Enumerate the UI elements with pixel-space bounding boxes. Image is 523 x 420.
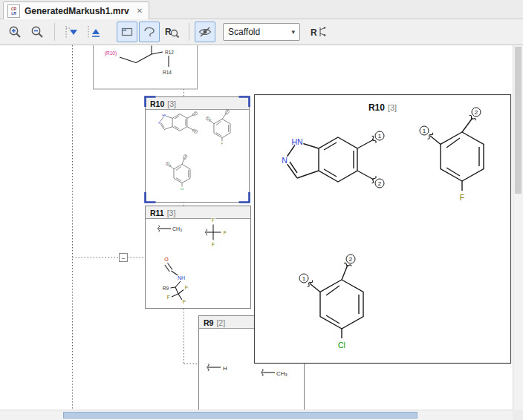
zoom-out-icon (30, 24, 45, 39)
vertical-scrollbar[interactable] (513, 45, 523, 410)
collapse-tree-icon (85, 24, 101, 39)
collapse-rgroups-button[interactable] (82, 22, 103, 42)
tab-bar: CR LR GeneratedMarkush1.mrv ✕ (0, 0, 523, 19)
lasso-icon (142, 24, 157, 39)
horizontal-scrollbar-thumb[interactable] (63, 412, 418, 419)
canvas[interactable]: 1 2 HN N 2 (0, 45, 523, 420)
atom-label-f: F (167, 295, 170, 300)
atom-label-o: O (164, 257, 169, 262)
rgroup-detail-panel: R10[3] (255, 95, 511, 364)
tree-collapse-toggle[interactable]: − (120, 254, 128, 262)
rgroup-box-header: R11[3] (150, 209, 175, 217)
toolbar-separator (189, 23, 189, 41)
atom-label-f: F (212, 217, 215, 223)
lasso-select-button[interactable] (139, 22, 160, 42)
hide-rgroups-button[interactable] (195, 22, 215, 42)
rgroup-search-icon: R (163, 24, 180, 39)
tab-close-icon[interactable]: ✕ (137, 7, 143, 15)
tab-title: GeneratedMarkush1.mrv (25, 6, 129, 16)
document-tab[interactable]: CR LR GeneratedMarkush1.mrv ✕ (3, 1, 149, 19)
rgroup-attachment-icon: R (309, 24, 327, 39)
drawing-area[interactable]: 1 2 HN N 2 (0, 45, 513, 410)
rect-select-button[interactable] (117, 22, 137, 42)
atom-label-nh: NH (178, 275, 185, 280)
scaffold-r12-label: R12 (165, 50, 174, 55)
atom-label-f: F (212, 242, 215, 247)
eye-slash-icon (198, 24, 212, 39)
rect-select-icon (120, 24, 134, 39)
fragment-h-label: H (223, 365, 227, 372)
rgroup-attachment-button[interactable]: R (306, 22, 330, 42)
collapse-glyph: − (121, 255, 125, 262)
atom-label-f: F (185, 285, 188, 290)
markush-doc-icon: CR LR (7, 4, 20, 18)
scaffold-r10-label: (R10) (105, 50, 117, 56)
zoom-in-button[interactable] (4, 22, 25, 42)
expand-rgroups-button[interactable] (60, 22, 81, 42)
scrollbar-corner (513, 410, 523, 420)
scaffold-fragment[interactable]: (R10) R12 R14 (94, 45, 198, 89)
expand-tree-icon (62, 24, 79, 39)
svg-text:R: R (311, 27, 317, 38)
horizontal-scrollbar[interactable] (0, 410, 513, 420)
app-window: CR LR GeneratedMarkush1.mrv ✕ (0, 0, 523, 420)
svg-text:R: R (165, 27, 172, 37)
toolbar: R Scaffold ▾ R (0, 19, 523, 45)
toolbar-separator (54, 23, 55, 41)
chevron-down-icon: ▾ (291, 28, 295, 36)
scaffold-dropdown[interactable]: Scaffold ▾ (223, 23, 300, 41)
fragment-r9-ref-label: R9 (163, 286, 169, 291)
scaffold-dropdown-value: Scaffold (228, 27, 260, 37)
zoom-out-button[interactable] (27, 22, 48, 42)
rgroup-box-r11[interactable]: R11[3] CH3 F F F (146, 206, 251, 309)
scaffold-r14-label: R14 (163, 70, 172, 75)
atom-label-f: F (224, 230, 227, 235)
rgroup-box-header: R10[3] (150, 99, 176, 108)
doc-icon-row2: LR (11, 11, 16, 16)
detail-panel-title: R10[3] (368, 102, 397, 113)
find-rgroup-button[interactable]: R (161, 22, 182, 42)
atom-label-f: F (183, 299, 186, 304)
zoom-in-icon (7, 24, 22, 39)
vertical-scrollbar-thumb[interactable] (515, 47, 522, 194)
rgroup-box-r10[interactable]: R10[3] (146, 97, 250, 203)
